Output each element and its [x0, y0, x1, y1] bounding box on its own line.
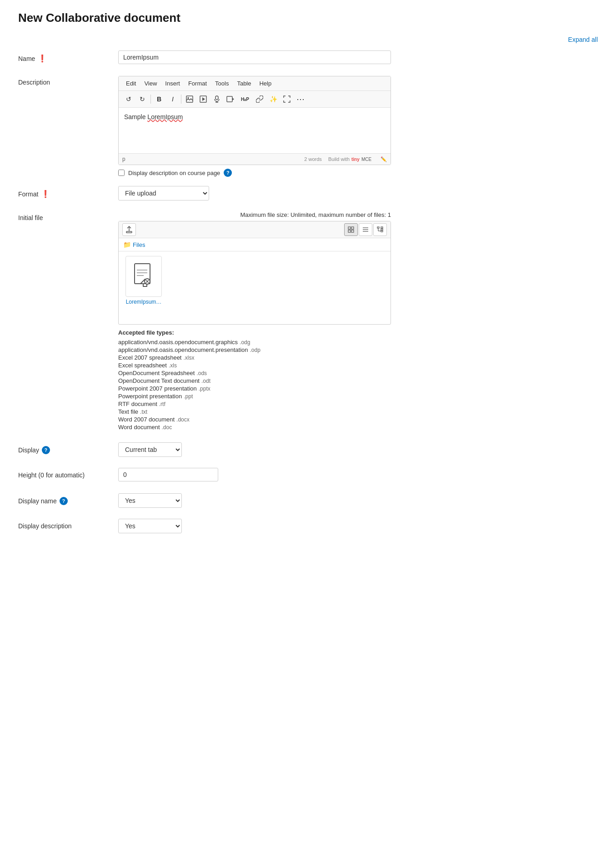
- height-label: Height (0 for automatic): [18, 468, 118, 479]
- grid-view-button[interactable]: [344, 223, 358, 236]
- format-label: Format ❗: [18, 186, 118, 198]
- image-button[interactable]: [183, 93, 196, 105]
- display-name-label: Display name ?: [18, 493, 118, 505]
- file-type-name: Word 2007 document: [118, 416, 175, 423]
- link-button[interactable]: [253, 93, 266, 105]
- file-type-ext: .odg: [240, 339, 250, 346]
- editor-body[interactable]: Sample LoremIpsum: [119, 108, 391, 153]
- expand-all-button[interactable]: Expand all: [568, 36, 598, 43]
- mic-button[interactable]: [210, 93, 223, 105]
- height-input[interactable]: [118, 468, 218, 481]
- file-type-ext: .ods: [196, 370, 207, 376]
- bold-button[interactable]: B: [153, 93, 165, 105]
- file-type-ext: .pptx: [199, 386, 210, 392]
- file-type-row: OpenDocument Spreadsheet.ods: [118, 370, 598, 376]
- h2p-button[interactable]: H₂P: [238, 93, 252, 105]
- file-type-row: Powerpoint presentation.ppt: [118, 393, 598, 400]
- name-input[interactable]: [118, 50, 391, 64]
- file-manager-breadcrumb: 📁 Files: [119, 238, 391, 251]
- play-button[interactable]: [197, 93, 210, 105]
- tinymce-badge: 2 words Build with tiny MCE ✏️: [304, 155, 387, 163]
- editor-menu-edit[interactable]: Edit: [122, 78, 140, 89]
- editor-menubar: Edit View Insert Format Tools Table Help: [119, 76, 391, 91]
- file-type-row: Text file.txt: [118, 408, 598, 415]
- file-type-row: OpenDocument Text document.odt: [118, 377, 598, 384]
- editor-menu-tools[interactable]: Tools: [211, 78, 232, 89]
- svg-rect-13: [351, 227, 354, 229]
- file-type-ext: .ppt: [184, 393, 193, 400]
- description-label: Description: [18, 76, 118, 86]
- italic-button[interactable]: I: [166, 93, 179, 105]
- svg-rect-21: [381, 229, 383, 230]
- svg-rect-12: [348, 227, 351, 229]
- display-description-field-label: Display description: [18, 519, 118, 530]
- accepted-types-title: Accepted file types:: [118, 329, 598, 336]
- svg-rect-4: [215, 96, 218, 100]
- svg-rect-11: [126, 231, 132, 233]
- svg-rect-19: [377, 227, 379, 228]
- file-type-row: RTF document.rtf: [118, 401, 598, 407]
- display-name-help-icon[interactable]: ?: [60, 497, 68, 505]
- file-type-name: Text file: [118, 408, 138, 415]
- video-button[interactable]: [224, 93, 237, 105]
- initial-file-label: Initial file: [18, 211, 118, 221]
- svg-rect-7: [227, 96, 232, 102]
- fullscreen-button[interactable]: [280, 93, 293, 105]
- redo-button[interactable]: ↻: [136, 93, 149, 105]
- file-type-name: application/vnd.oasis.opendocument.prese…: [118, 346, 248, 353]
- format-select[interactable]: File upload URL Embedded: [118, 186, 209, 200]
- file-type-ext: .xlsx: [183, 355, 194, 361]
- editor-toolbar: ↺ ↻ B I: [119, 91, 391, 108]
- display-help-icon[interactable]: ?: [42, 446, 50, 454]
- svg-rect-22: [381, 231, 383, 232]
- editor-menu-view[interactable]: View: [140, 78, 160, 89]
- file-type-ext: .rtf: [159, 401, 165, 407]
- file-type-ext: .docx: [176, 416, 190, 423]
- magic-button[interactable]: ✨: [267, 93, 280, 105]
- file-type-name: OpenDocument Text document: [118, 377, 200, 384]
- toolbar-divider-2: [181, 95, 181, 104]
- file-type-name: Excel spreadsheet: [118, 362, 167, 369]
- editor-menu-insert[interactable]: Insert: [161, 78, 184, 89]
- svg-marker-3: [202, 97, 205, 101]
- display-description-select[interactable]: Yes No: [118, 519, 182, 533]
- svg-text:tiny: tiny: [351, 157, 360, 162]
- file-type-ext: .xls: [169, 362, 177, 369]
- page-title: New Collaborative document: [18, 11, 598, 25]
- toolbar-divider-1: [150, 95, 151, 104]
- more-button[interactable]: ⋯: [294, 93, 307, 105]
- editor-container: Edit View Insert Format Tools Table Help…: [118, 76, 391, 165]
- undo-button[interactable]: ↺: [122, 93, 135, 105]
- file-type-ext: .doc: [162, 424, 172, 431]
- file-type-row: application/vnd.oasis.opendocument.prese…: [118, 346, 598, 353]
- file-type-ext: .txt: [140, 409, 147, 415]
- svg-rect-20: [381, 227, 383, 228]
- file-info-row: Maximum file size: Unlimited, maximum nu…: [118, 211, 391, 218]
- file-item[interactable]: LoremIpsum…: [123, 256, 164, 320]
- display-name-select[interactable]: Yes No: [118, 493, 182, 508]
- editor-misspelled-text: LoremIpsum: [147, 113, 183, 120]
- file-grid: LoremIpsum…: [119, 251, 391, 324]
- editor-element-tag: p: [122, 156, 125, 162]
- editor-menu-help[interactable]: Help: [255, 78, 275, 89]
- file-type-name: Word document: [118, 424, 160, 431]
- file-name: LoremIpsum…: [126, 299, 162, 305]
- tree-view-button[interactable]: [373, 223, 387, 236]
- display-description-checkbox[interactable]: [118, 170, 125, 176]
- file-type-row: application/vnd.oasis.opendocument.graph…: [118, 339, 598, 346]
- file-type-name: RTF document: [118, 401, 157, 407]
- upload-button[interactable]: [122, 223, 136, 236]
- editor-menu-table[interactable]: Table: [233, 78, 255, 89]
- svg-text:MCE: MCE: [361, 157, 372, 162]
- file-type-ext: .odt: [201, 378, 210, 384]
- format-required-icon: ❗: [41, 190, 50, 198]
- file-type-row: Word 2007 document.docx: [118, 416, 598, 423]
- display-select[interactable]: Current tab New tab In page: [118, 442, 182, 457]
- editor-menu-format[interactable]: Format: [185, 78, 210, 89]
- list-view-button[interactable]: [359, 223, 372, 236]
- file-type-row: Excel spreadsheet.xls: [118, 362, 598, 369]
- display-description-row: Display description on course page ?: [118, 169, 598, 177]
- display-description-help-icon[interactable]: ?: [224, 169, 232, 177]
- accepted-types-section: Accepted file types: application/vnd.oas…: [118, 329, 598, 431]
- files-breadcrumb-link[interactable]: Files: [133, 241, 145, 248]
